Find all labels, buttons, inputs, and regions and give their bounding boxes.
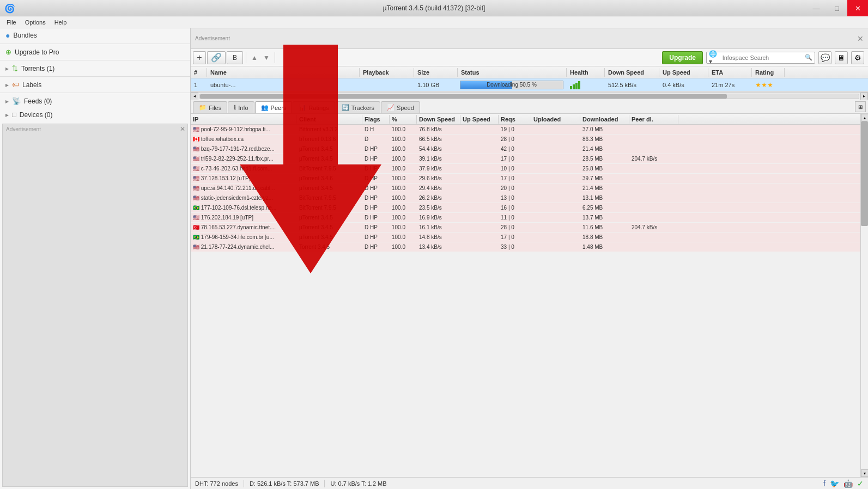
sidebar-divider-4 xyxy=(0,93,190,93)
peers-cell: 🇺🇸 37.128.153.12 [uTP] xyxy=(191,175,297,182)
menu-options[interactable]: Options xyxy=(21,18,50,27)
peers-cell: D HP xyxy=(362,175,390,182)
tab-speed[interactable]: 📈 Speed xyxy=(381,101,420,113)
close-button[interactable]: ✕ xyxy=(847,0,868,16)
peers-col-uploaded[interactable]: Uploaded xyxy=(531,115,580,124)
peers-col-down[interactable]: Down Speed xyxy=(417,115,460,124)
search-button[interactable]: 🔍 xyxy=(805,54,812,61)
minimize-button[interactable]: — xyxy=(806,0,827,16)
peers-row[interactable]: 🇺🇸 static-jedensiedem1-czteryz...BitTorr… xyxy=(191,193,860,203)
peers-row[interactable]: 🇺🇸 21.178-77-224.dynamic.chel...Torrent … xyxy=(191,242,860,252)
peers-cell: 100.0 xyxy=(390,136,417,143)
peers-cell: 13.1 MB xyxy=(580,194,629,201)
peers-cell xyxy=(460,237,499,238)
android-icon[interactable]: 🤖 xyxy=(843,479,853,488)
tab-ratings[interactable]: 📊 Ratings xyxy=(293,101,335,113)
maximize-button[interactable]: □ xyxy=(827,0,847,16)
move-up-button[interactable]: ▲ xyxy=(249,53,260,63)
ad-banner-close[interactable]: ✕ xyxy=(857,34,864,43)
peers-cell xyxy=(629,198,678,199)
hscroll-track[interactable] xyxy=(199,94,859,99)
peers-col-up[interactable]: Up Speed xyxy=(460,115,499,124)
add-torrent-button[interactable]: + xyxy=(193,51,206,64)
peers-row[interactable]: 🇺🇸 upc.si.94.140.72.211.dc.cabl...µTorre… xyxy=(191,184,860,193)
twitter-icon[interactable]: 🐦 xyxy=(830,479,839,488)
torrent-row[interactable]: 1 ubuntu-... 1.10 GB Downloading 50.5 % xyxy=(191,78,868,91)
peers-row[interactable]: 🇺🇸 pool-72-95-9-112.hrbgpa.fi...Bittorre… xyxy=(191,125,860,135)
menu-help[interactable]: Help xyxy=(50,18,71,27)
remove-button[interactable]: B xyxy=(227,51,243,64)
peers-row[interactable]: 🇺🇸 tri59-2-82-229-252-11.fbx.pr...µTorre… xyxy=(191,154,860,164)
vscroll-down-button[interactable]: ▾ xyxy=(861,469,868,477)
upgrade-button[interactable]: Upgrade xyxy=(662,51,703,64)
search-dropdown-icon[interactable]: 🌐▾ xyxy=(709,50,720,65)
feeds-icon: 📡 xyxy=(12,97,21,105)
col-down-speed[interactable]: Down Speed xyxy=(605,68,659,77)
peers-row[interactable]: 🇧🇷 177-102-109-76.dsl.telesp.ne...BitTor… xyxy=(191,203,860,213)
progress-bar: Downloading 50.5 % xyxy=(460,81,563,89)
peers-row[interactable]: 🇨🇦 toffee.whatbox.cabTorrent 0.13.6D100.… xyxy=(191,135,860,144)
check-icon[interactable]: ✓ xyxy=(857,479,864,488)
hscroll-thumb[interactable] xyxy=(200,94,727,99)
chat-button[interactable]: 💬 xyxy=(818,51,831,64)
sidebar-item-labels[interactable]: ▸ 🏷 Labels xyxy=(0,78,190,91)
cell-status: Downloading 50.5 % xyxy=(458,80,567,90)
col-eta[interactable]: ETA xyxy=(708,68,752,77)
peers-row[interactable]: 🇺🇸 c-73-46-202-63.hsd1.fl.com...BitTorre… xyxy=(191,164,860,174)
menu-file[interactable]: File xyxy=(2,18,21,27)
sidebar-item-devices[interactable]: ▸ □ Devices (0) xyxy=(0,108,190,121)
peers-cell: µTorrent 3.4.5 xyxy=(297,145,362,152)
tab-files[interactable]: 📁 Files xyxy=(193,101,227,113)
sidebar-item-torrents[interactable]: ▸ ⇅ Torrents (1) xyxy=(0,62,190,75)
peers-row[interactable]: 🇺🇸 37.128.153.12 [uTP]µTorrent 3.4.6D HP… xyxy=(191,174,860,184)
peers-cell xyxy=(629,188,678,189)
move-down-button[interactable]: ▼ xyxy=(261,53,272,63)
peers-row[interactable]: 🇺🇸 bzq-79-177-191-72.red.beze...µTorrent… xyxy=(191,144,860,154)
tab-peers[interactable]: 👥 Peers xyxy=(255,101,293,113)
peers-col-flags[interactable]: Flags xyxy=(362,115,390,124)
peers-col-reqs[interactable]: Reqs xyxy=(499,115,531,124)
tab-expand-button[interactable]: ⊞ xyxy=(855,101,866,112)
col-health[interactable]: Health xyxy=(567,68,605,77)
peers-col-downloaded[interactable]: Downloaded xyxy=(580,115,629,124)
vscroll-track[interactable] xyxy=(861,121,868,469)
col-playback[interactable]: Playback xyxy=(360,68,414,77)
sidebar-nav: ● Bundles ⊕ Upgrade to Pro ▸ ⇅ Torrents … xyxy=(0,28,190,121)
tab-info[interactable]: ℹ Info xyxy=(228,101,254,113)
sidebar-item-bundles[interactable]: ● Bundles xyxy=(0,28,190,42)
add-link-button[interactable]: 🔗 xyxy=(207,51,226,64)
col-size[interactable]: Size xyxy=(414,68,458,77)
sidebar-item-feeds[interactable]: ▸ 📡 Feeds (0) xyxy=(0,94,190,108)
peers-row[interactable]: 🇧🇷 179-96-159-34.life.com.br [u...µTorre… xyxy=(191,233,860,242)
search-input[interactable] xyxy=(723,54,803,61)
peers-col-pct[interactable]: % xyxy=(390,115,417,124)
health-bar-4 xyxy=(578,81,580,89)
col-up-speed[interactable]: Up Speed xyxy=(659,68,708,77)
peers-cell xyxy=(531,149,580,150)
screen-button[interactable]: 🖥 xyxy=(835,51,848,64)
peers-row[interactable]: 🇺🇸 176.202.184.19 [uTP]µTorrent 3.4.5D H… xyxy=(191,213,860,223)
peers-cell: 100.0 xyxy=(390,194,417,201)
cell-up-speed: 0.4 kB/s xyxy=(659,81,708,89)
peers-cell: 17 | 0 xyxy=(499,175,531,182)
vscroll-up-button[interactable]: ▴ xyxy=(861,114,868,121)
sidebar-item-upgrade[interactable]: ⊕ Upgrade to Pro xyxy=(0,45,190,59)
tab-trackers[interactable]: 🔄 Trackers xyxy=(336,101,380,113)
vscroll-thumb[interactable] xyxy=(861,121,868,226)
peers-col-ip[interactable]: IP xyxy=(191,115,297,124)
sidebar-ad-close[interactable]: ✕ xyxy=(180,125,185,133)
flag-icon: 🇺🇸 xyxy=(193,215,199,221)
hscroll-right-button[interactable]: ▸ xyxy=(860,93,868,100)
peers-cell xyxy=(460,217,499,218)
peers-col-peerdl[interactable]: Peer dl. xyxy=(629,115,678,124)
col-name[interactable]: Name xyxy=(207,68,360,77)
peers-row[interactable]: 🇹🇷 78.165.53.227.dynamic.ttnet....µTorre… xyxy=(191,223,860,233)
col-status[interactable]: Status xyxy=(458,68,567,77)
col-rating[interactable]: Rating xyxy=(752,68,785,77)
settings-button[interactable]: ⚙ xyxy=(851,51,864,64)
col-num[interactable]: # xyxy=(191,68,207,77)
peers-col-client[interactable]: Client xyxy=(297,115,362,124)
hscroll-left-button[interactable]: ◂ xyxy=(191,93,198,100)
peers-cell: 17 | 0 xyxy=(499,234,531,241)
facebook-icon[interactable]: f xyxy=(823,479,825,488)
